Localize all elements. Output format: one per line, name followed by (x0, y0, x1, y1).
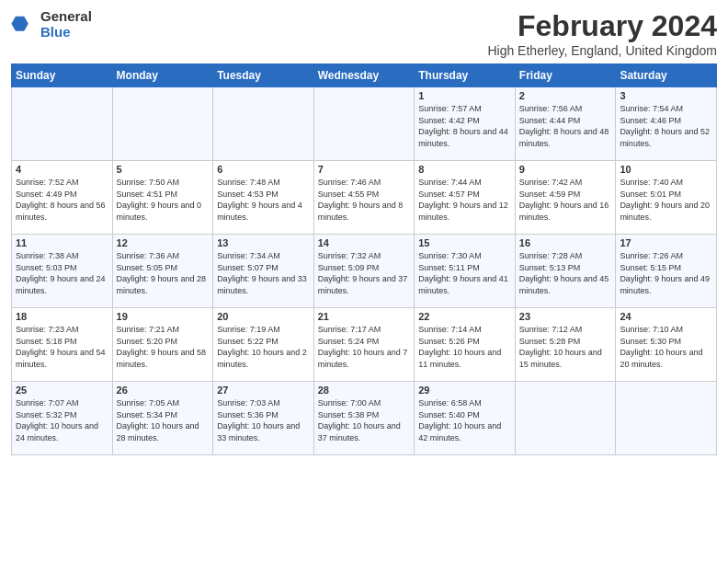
day-info: Sunrise: 7:32 AM Sunset: 5:09 PM Dayligh… (318, 250, 411, 296)
table-row: 16Sunrise: 7:28 AM Sunset: 5:13 PM Dayli… (515, 235, 616, 308)
calendar-week-row: 18Sunrise: 7:23 AM Sunset: 5:18 PM Dayli… (12, 308, 717, 382)
day-number: 10 (620, 164, 712, 175)
col-saturday: Saturday (616, 64, 717, 87)
day-number: 17 (620, 237, 712, 248)
day-info: Sunrise: 7:36 AM Sunset: 5:05 PM Dayligh… (117, 250, 210, 296)
table-row (515, 382, 616, 455)
day-number: 27 (217, 385, 310, 396)
day-number: 23 (519, 311, 612, 322)
table-row: 22Sunrise: 7:14 AM Sunset: 5:26 PM Dayli… (415, 308, 516, 382)
table-row: 7Sunrise: 7:46 AM Sunset: 4:55 PM Daylig… (313, 161, 415, 235)
title-block: February 2024 High Etherley, England, Un… (487, 9, 717, 58)
col-sunday: Sunday (12, 64, 113, 87)
day-info: Sunrise: 7:28 AM Sunset: 5:13 PM Dayligh… (519, 250, 612, 296)
col-tuesday: Tuesday (213, 64, 314, 87)
table-row: 24Sunrise: 7:10 AM Sunset: 5:30 PM Dayli… (616, 308, 717, 382)
table-row: 15Sunrise: 7:30 AM Sunset: 5:11 PM Dayli… (415, 235, 516, 308)
table-row: 2Sunrise: 7:56 AM Sunset: 4:44 PM Daylig… (515, 87, 616, 161)
day-number: 8 (418, 164, 511, 175)
day-info: Sunrise: 7:07 AM Sunset: 5:32 PM Dayligh… (16, 397, 108, 443)
table-row: 6Sunrise: 7:48 AM Sunset: 4:53 PM Daylig… (213, 161, 314, 235)
day-info: Sunrise: 6:58 AM Sunset: 5:40 PM Dayligh… (418, 397, 511, 443)
logo-icon: ⬣ (11, 12, 37, 38)
table-row: 28Sunrise: 7:00 AM Sunset: 5:38 PM Dayli… (313, 382, 415, 455)
table-row: 27Sunrise: 7:03 AM Sunset: 5:36 PM Dayli… (213, 382, 314, 455)
table-row: 25Sunrise: 7:07 AM Sunset: 5:32 PM Dayli… (12, 382, 113, 455)
table-row: 14Sunrise: 7:32 AM Sunset: 5:09 PM Dayli… (313, 235, 415, 308)
day-number: 3 (620, 90, 712, 101)
day-number: 21 (318, 311, 411, 322)
svg-text:⬣: ⬣ (11, 12, 28, 35)
day-number: 11 (16, 237, 108, 248)
col-monday: Monday (112, 64, 213, 87)
day-number: 9 (519, 164, 612, 175)
table-row: 20Sunrise: 7:19 AM Sunset: 5:22 PM Dayli… (213, 308, 314, 382)
day-number: 5 (117, 164, 210, 175)
day-info: Sunrise: 7:05 AM Sunset: 5:34 PM Dayligh… (117, 397, 210, 443)
table-row: 4Sunrise: 7:52 AM Sunset: 4:49 PM Daylig… (12, 161, 113, 235)
day-number: 28 (318, 385, 411, 396)
col-friday: Friday (515, 64, 616, 87)
day-number: 22 (418, 311, 511, 322)
calendar-week-row: 4Sunrise: 7:52 AM Sunset: 4:49 PM Daylig… (12, 161, 717, 235)
calendar-title: February 2024 (487, 9, 717, 43)
logo-text: General Blue (40, 9, 92, 40)
day-info: Sunrise: 7:40 AM Sunset: 5:01 PM Dayligh… (620, 177, 712, 223)
table-row: 11Sunrise: 7:38 AM Sunset: 5:03 PM Dayli… (12, 235, 113, 308)
day-number: 19 (117, 311, 210, 322)
table-row: 13Sunrise: 7:34 AM Sunset: 5:07 PM Dayli… (213, 235, 314, 308)
day-info: Sunrise: 7:54 AM Sunset: 4:46 PM Dayligh… (620, 103, 712, 149)
day-info: Sunrise: 7:57 AM Sunset: 4:42 PM Dayligh… (418, 103, 511, 149)
day-number: 4 (16, 164, 108, 175)
day-number: 18 (16, 311, 108, 322)
table-row (213, 87, 314, 161)
day-info: Sunrise: 7:17 AM Sunset: 5:24 PM Dayligh… (318, 324, 411, 370)
table-row: 1Sunrise: 7:57 AM Sunset: 4:42 PM Daylig… (415, 87, 516, 161)
table-row: 21Sunrise: 7:17 AM Sunset: 5:24 PM Dayli… (313, 308, 415, 382)
day-info: Sunrise: 7:46 AM Sunset: 4:55 PM Dayligh… (318, 177, 411, 223)
logo-blue: Blue (40, 25, 92, 40)
table-row: 9Sunrise: 7:42 AM Sunset: 4:59 PM Daylig… (515, 161, 616, 235)
table-row (12, 87, 113, 161)
table-row (313, 87, 415, 161)
day-info: Sunrise: 7:12 AM Sunset: 5:28 PM Dayligh… (519, 324, 612, 370)
day-number: 13 (217, 237, 310, 248)
day-info: Sunrise: 7:56 AM Sunset: 4:44 PM Dayligh… (519, 103, 612, 149)
day-info: Sunrise: 7:10 AM Sunset: 5:30 PM Dayligh… (620, 324, 712, 370)
day-info: Sunrise: 7:03 AM Sunset: 5:36 PM Dayligh… (217, 397, 310, 443)
table-row: 17Sunrise: 7:26 AM Sunset: 5:15 PM Dayli… (616, 235, 717, 308)
day-info: Sunrise: 7:00 AM Sunset: 5:38 PM Dayligh… (318, 397, 411, 443)
calendar-week-row: 11Sunrise: 7:38 AM Sunset: 5:03 PM Dayli… (12, 235, 717, 308)
calendar-table: Sunday Monday Tuesday Wednesday Thursday… (11, 63, 717, 455)
day-info: Sunrise: 7:42 AM Sunset: 4:59 PM Dayligh… (519, 177, 612, 223)
day-info: Sunrise: 7:38 AM Sunset: 5:03 PM Dayligh… (16, 250, 108, 296)
table-row (616, 382, 717, 455)
day-number: 12 (117, 237, 210, 248)
day-number: 24 (620, 311, 712, 322)
day-info: Sunrise: 7:44 AM Sunset: 4:57 PM Dayligh… (418, 177, 511, 223)
calendar-week-row: 25Sunrise: 7:07 AM Sunset: 5:32 PM Dayli… (12, 382, 717, 455)
table-row: 19Sunrise: 7:21 AM Sunset: 5:20 PM Dayli… (112, 308, 213, 382)
table-row: 29Sunrise: 6:58 AM Sunset: 5:40 PM Dayli… (415, 382, 516, 455)
logo: ⬣ General Blue (11, 9, 92, 40)
table-row: 23Sunrise: 7:12 AM Sunset: 5:28 PM Dayli… (515, 308, 616, 382)
day-info: Sunrise: 7:26 AM Sunset: 5:15 PM Dayligh… (620, 250, 712, 296)
calendar-week-row: 1Sunrise: 7:57 AM Sunset: 4:42 PM Daylig… (12, 87, 717, 161)
calendar-subtitle: High Etherley, England, United Kingdom (487, 43, 717, 58)
day-number: 16 (519, 237, 612, 248)
day-number: 14 (318, 237, 411, 248)
day-number: 15 (418, 237, 511, 248)
day-number: 20 (217, 311, 310, 322)
table-row: 8Sunrise: 7:44 AM Sunset: 4:57 PM Daylig… (415, 161, 516, 235)
table-row: 12Sunrise: 7:36 AM Sunset: 5:05 PM Dayli… (112, 235, 213, 308)
day-info: Sunrise: 7:23 AM Sunset: 5:18 PM Dayligh… (16, 324, 108, 370)
table-row: 5Sunrise: 7:50 AM Sunset: 4:51 PM Daylig… (112, 161, 213, 235)
day-info: Sunrise: 7:52 AM Sunset: 4:49 PM Dayligh… (16, 177, 108, 223)
day-number: 1 (418, 90, 511, 101)
header-row: Sunday Monday Tuesday Wednesday Thursday… (12, 64, 717, 87)
table-row: 3Sunrise: 7:54 AM Sunset: 4:46 PM Daylig… (616, 87, 717, 161)
day-info: Sunrise: 7:48 AM Sunset: 4:53 PM Dayligh… (217, 177, 310, 223)
table-row: 18Sunrise: 7:23 AM Sunset: 5:18 PM Dayli… (12, 308, 113, 382)
day-info: Sunrise: 7:19 AM Sunset: 5:22 PM Dayligh… (217, 324, 310, 370)
table-row: 26Sunrise: 7:05 AM Sunset: 5:34 PM Dayli… (112, 382, 213, 455)
